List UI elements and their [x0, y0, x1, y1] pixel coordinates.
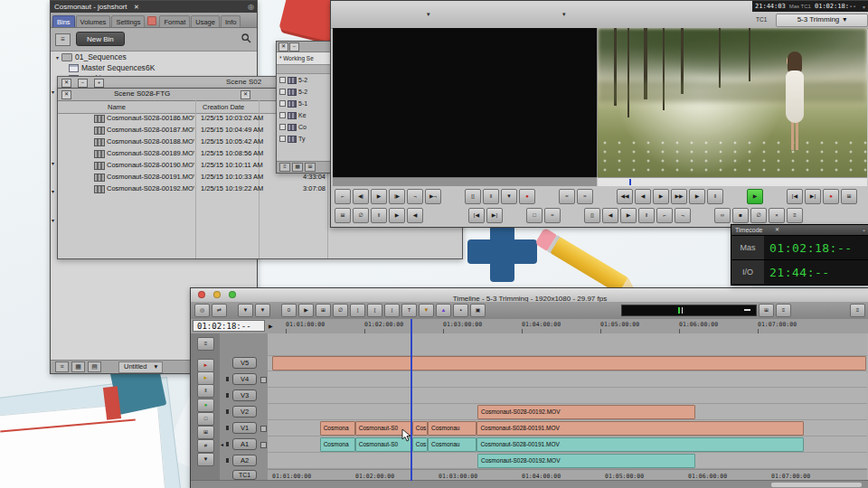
seg-red-button[interactable]: ► [197, 359, 214, 372]
track-monitor-box[interactable] [260, 426, 267, 432]
brief-view-icon[interactable]: ▦ [71, 361, 85, 372]
record-monitor[interactable] [598, 28, 867, 177]
tab-settings[interactable]: Settings [111, 15, 145, 27]
bars-button[interactable]: ‖ [197, 384, 214, 398]
prev-button[interactable]: ◀ [635, 189, 651, 204]
disclosure-triangle-icon[interactable]: ▾ [52, 188, 54, 194]
timeline-clip[interactable]: Cosmonaut-S028-00191.MOV [476, 421, 804, 436]
close-icon[interactable]: ✕ [775, 225, 779, 235]
tree-item[interactable]: Master Sequences6K [51, 62, 257, 73]
swap-button[interactable]: ⇄ [212, 304, 227, 317]
mark-in-button[interactable]: ⌐ [656, 208, 673, 223]
patch-arrow-icon[interactable]: ◂ [221, 441, 223, 447]
checkbox-icon[interactable] [279, 136, 286, 142]
zoom-traffic-light[interactable] [229, 291, 236, 298]
mark-out-button[interactable]: ¬ [675, 208, 691, 223]
disclosure-triangle-icon[interactable]: ▾ [56, 54, 59, 61]
bar-button[interactable]: | [384, 304, 400, 317]
quad-button[interactable]: ⊞ [197, 426, 214, 439]
focus-button[interactable]: ◎ [194, 304, 210, 317]
ffwd-button[interactable]: ▶▶ [671, 189, 687, 204]
checkbox-icon[interactable] [279, 100, 286, 107]
sequence-name-button[interactable]: 5-3 Trimming ▾ [776, 14, 868, 27]
next-button[interactable]: ▶ [620, 208, 637, 223]
record-red-button[interactable]: ● [823, 189, 839, 204]
checkbox-icon[interactable] [279, 77, 286, 83]
working-bin-row[interactable]: Ty [277, 133, 331, 145]
caret-button[interactable]: ▼ [197, 453, 214, 466]
play-button[interactable]: ▶ [371, 189, 387, 204]
disclosure-triangle-icon[interactable]: ▾ [52, 89, 54, 95]
stop-button[interactable]: ■ [732, 208, 749, 223]
timeline-clip[interactable]: Cos [412, 437, 428, 452]
brief-view-icon[interactable]: ▦ [292, 163, 303, 172]
tab-info[interactable]: Info [221, 15, 241, 27]
position-indicator[interactable] [629, 179, 631, 185]
audio-button[interactable]: ≈ [577, 189, 593, 204]
zoom-icon[interactable]: + [94, 79, 104, 88]
caret-button[interactable]: ▼ [255, 304, 270, 317]
source-monitor[interactable] [333, 28, 598, 177]
working-bin-row[interactable]: Co [277, 121, 331, 133]
quad-button[interactable]: ⊞ [335, 208, 351, 223]
step-back-button[interactable]: ◀| [353, 189, 369, 204]
search-icon[interactable] [241, 33, 251, 43]
checkbox-icon[interactable] [279, 89, 286, 95]
working-bin-row[interactable]: 5-2 [277, 86, 331, 98]
grid-button[interactable]: ⊞ [759, 304, 774, 317]
keyframe-button[interactable]: ▲ [436, 304, 451, 317]
fast-menu-icon[interactable]: ≡ [55, 33, 71, 46]
tab-volumes[interactable]: Volumes [76, 15, 111, 27]
track-button-a2[interactable]: A2 [232, 455, 257, 466]
trim-right-button[interactable]: ▶] [486, 208, 503, 223]
fast-menu-button[interactable]: ≡ [787, 208, 803, 223]
source-position-bar[interactable] [333, 177, 597, 186]
track-lane-v4[interactable] [268, 371, 867, 388]
chevron-down-icon[interactable]: ▾ [863, 4, 865, 10]
minimize-icon[interactable]: − [78, 79, 88, 88]
trim-left-button[interactable]: [◀ [468, 208, 485, 223]
track-button-a1[interactable]: A1 [232, 438, 257, 450]
timeline-timecode-display[interactable]: 01:02:18:-- [193, 320, 265, 332]
window-menu-icon[interactable]: ◎ [248, 1, 254, 13]
toggle-button[interactable]: ▣ [470, 304, 486, 317]
play2-button[interactable]: ▶ [689, 189, 705, 204]
tree-item[interactable]: ▾01_Sequences [51, 52, 257, 62]
working-bin-titlebar[interactable]: ✕ − [277, 42, 331, 52]
close-icon[interactable]: ✕ [61, 90, 71, 99]
prev-button[interactable]: ◀ [602, 208, 618, 223]
playhead[interactable] [410, 319, 412, 481]
cross-button[interactable]: × [769, 208, 785, 223]
new-bin-button[interactable]: New Bin [76, 32, 125, 46]
text-button[interactable]: T [401, 304, 417, 317]
motion-button[interactable]: ≈ [559, 189, 575, 204]
source-monitor-menu-icon[interactable]: ▾ [427, 11, 430, 18]
slash-button[interactable]: ∅ [333, 304, 348, 317]
track-button-tc1[interactable]: TC1 [232, 470, 257, 480]
play-mark-button[interactable]: ▶ [298, 304, 314, 317]
disclosure-triangle-icon[interactable]: ▾ [52, 217, 54, 223]
working-bin-row[interactable]: Ke [277, 109, 331, 121]
project-titlebar[interactable]: Cosmonaut - joshshort ✕ ◎ [51, 1, 257, 13]
timeline-clip[interactable]: Cosmonaut-S028-00192.MOV [477, 454, 695, 468]
scroll-button[interactable]: ≡ [850, 304, 865, 317]
track-button-v4[interactable]: V4 [232, 373, 257, 385]
prev-button[interactable]: ◀ [407, 208, 423, 223]
timeline-clip[interactable]: Cosmonau [428, 421, 476, 436]
timecode-panel-titlebar[interactable]: Timecode ✕ ⌄ [731, 225, 868, 235]
track-lane-v3[interactable] [268, 388, 867, 404]
timeline-position-bar[interactable] [621, 305, 757, 316]
play-green-button[interactable]: ▶ [747, 189, 763, 204]
close-icon[interactable]: ✕ [278, 42, 288, 52]
trim-right-button[interactable]: ▶] [805, 189, 821, 204]
working-bin-row[interactable]: 5-1 [277, 98, 331, 109]
timeline-clip[interactable]: Cosmona [320, 437, 355, 452]
pause-button[interactable]: ‖ [483, 189, 499, 204]
bin-view-preset[interactable]: Untitled ▾ [118, 361, 163, 373]
scrollbar-thumb[interactable] [771, 483, 862, 487]
chevron-down-icon[interactable]: ⌄ [862, 225, 866, 235]
record-monitor-menu-icon[interactable]: ▾ [562, 11, 566, 18]
pause-button[interactable]: ‖ [371, 208, 387, 223]
box-button[interactable]: □ [197, 412, 214, 426]
add-edit-button[interactable]: ▼ [501, 189, 517, 204]
